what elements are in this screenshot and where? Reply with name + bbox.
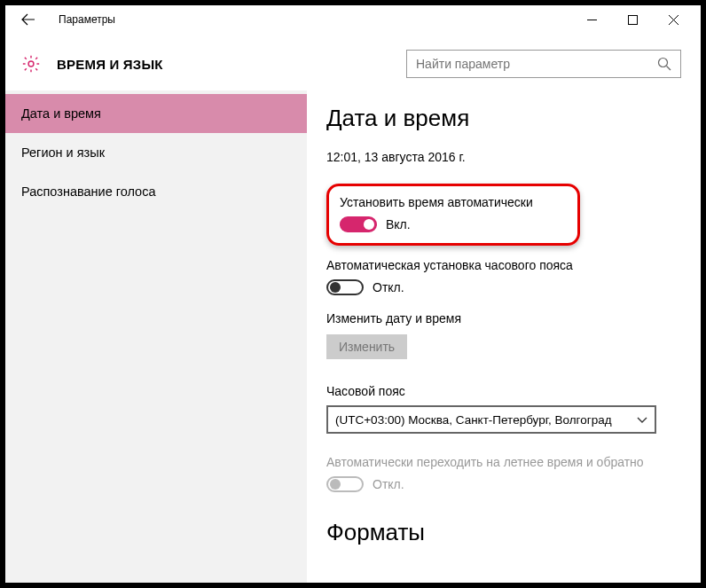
close-icon [669, 15, 679, 25]
svg-point-1 [28, 61, 34, 67]
auto-tz-label: Автоматическая установка часового пояса [326, 258, 681, 272]
change-button: Изменить [326, 334, 407, 359]
formats-heading: Форматы [326, 519, 681, 546]
search-field[interactable] [416, 57, 657, 71]
search-icon [657, 57, 671, 71]
svg-rect-0 [628, 15, 637, 24]
settings-window: Параметры ВРЕМЯ И ЯЗЫК [5, 5, 701, 583]
window-title: Параметры [59, 13, 115, 26]
minimize-icon [587, 15, 597, 25]
page-heading: Дата и время [326, 105, 681, 132]
gear-icon [21, 54, 41, 74]
chevron-down-icon [637, 414, 647, 425]
sidebar-item-region[interactable]: Регион и язык [5, 133, 307, 172]
content-pane[interactable]: Дата и время 12:01, 13 августа 2016 г. У… [307, 90, 701, 583]
change-datetime-label: Изменить дату и время [326, 311, 681, 325]
auto-tz-state: Откл. [373, 280, 404, 294]
maximize-icon [628, 15, 638, 25]
auto-time-state: Вкл. [386, 217, 411, 231]
timezone-select[interactable]: (UTC+03:00) Москва, Санкт-Петербург, Вол… [326, 405, 656, 434]
sidebar-item-label: Дата и время [21, 106, 101, 121]
maximize-button[interactable] [612, 5, 653, 34]
svg-point-2 [659, 59, 668, 67]
header: ВРЕМЯ И ЯЗЫК [5, 44, 701, 83]
dst-toggle [326, 476, 364, 492]
auto-time-toggle[interactable] [340, 216, 377, 232]
arrow-left-icon [21, 12, 35, 27]
minimize-button[interactable] [571, 5, 612, 34]
sidebar-item-speech[interactable]: Распознавание голоса [5, 172, 307, 211]
section-title: ВРЕМЯ И ЯЗЫК [57, 57, 163, 72]
current-datetime: 12:01, 13 августа 2016 г. [326, 150, 681, 164]
sidebar: Дата и время Регион и язык Распознавание… [5, 90, 307, 583]
search-input[interactable] [406, 50, 681, 78]
sidebar-item-label: Регион и язык [21, 145, 105, 160]
auto-time-label: Установить время автоматически [340, 195, 533, 209]
auto-tz-toggle[interactable] [326, 279, 364, 295]
dst-label: Автоматически переходить на летнее время… [326, 455, 681, 469]
timezone-value: (UTC+03:00) Москва, Санкт-Петербург, Вол… [335, 413, 612, 427]
sidebar-item-datetime[interactable]: Дата и время [5, 94, 307, 133]
highlight-annotation: Установить время автоматически Вкл. [326, 184, 580, 246]
back-button[interactable] [16, 7, 41, 32]
close-button[interactable] [653, 5, 694, 34]
dst-state: Откл. [373, 477, 404, 491]
titlebar: Параметры [5, 5, 701, 34]
sidebar-item-label: Распознавание голоса [21, 184, 156, 199]
timezone-label: Часовой пояс [326, 384, 681, 398]
